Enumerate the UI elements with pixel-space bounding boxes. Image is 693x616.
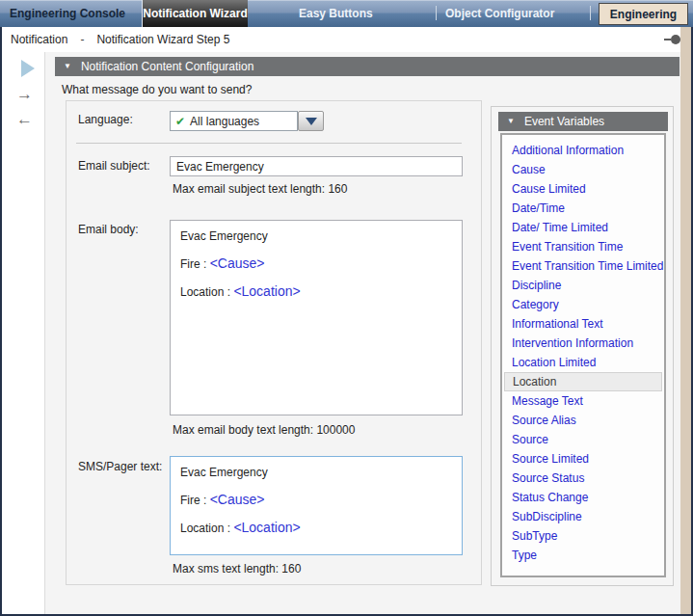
event-variable-item[interactable]: Message Text xyxy=(504,391,662,411)
collapse-triangle-icon: ▼ xyxy=(507,118,515,125)
language-select[interactable]: ✔ All languages xyxy=(170,111,298,131)
location-variable-token: <Location> xyxy=(233,283,300,299)
tab-object-configurator[interactable]: Object Configurator xyxy=(445,0,554,27)
content-panel-title: Notification Content Configuration xyxy=(81,60,253,73)
language-dropdown-button[interactable] xyxy=(298,111,324,131)
event-variables-list: Additional InformationCauseCause Limited… xyxy=(500,133,666,577)
breadcrumb-root[interactable]: Notification xyxy=(11,33,67,46)
email-subject-label: Email subject: xyxy=(78,159,150,173)
tab-notification-wizard[interactable]: Notification Wizard xyxy=(142,0,248,27)
event-variables-title: Event Variables xyxy=(524,115,604,128)
event-variable-item[interactable]: Source xyxy=(504,430,662,449)
tab-bar: Engineering Console Notification Wizard … xyxy=(0,0,693,27)
collapse-triangle-icon: ▼ xyxy=(64,63,71,70)
event-variable-item[interactable]: Location xyxy=(504,372,662,391)
event-variable-item[interactable]: Event Transition Time xyxy=(504,237,662,256)
tab-easy-buttons[interactable]: Easy Buttons xyxy=(299,0,373,27)
tab-engineering-console[interactable]: Engineering Console xyxy=(10,0,125,27)
sms-pager-input[interactable]: Evac Emergency Fire : <Cause> Location :… xyxy=(170,456,463,555)
language-value: All languages xyxy=(190,115,259,128)
event-variable-item[interactable]: Date/ Time Limited xyxy=(504,218,662,237)
event-variable-item[interactable]: Source Limited xyxy=(504,449,662,469)
sms-pager-label: SMS/Pager text: xyxy=(78,460,162,473)
event-variable-item[interactable]: Date/Time xyxy=(504,199,662,218)
body-text: Evac Emergency xyxy=(180,466,268,479)
body-text: Fire : xyxy=(180,494,210,507)
email-body-helper: Max email body text length: 100000 xyxy=(173,423,355,437)
breadcrumb-current: Notification Wizard Step 5 xyxy=(96,33,229,46)
breadcrumb: Notification - Notification Wizard Step … xyxy=(2,27,691,52)
divider xyxy=(76,143,462,144)
event-variables-panel: ▼ Event Variables Additional Information… xyxy=(491,106,674,586)
cause-variable-token: <Cause> xyxy=(210,255,265,271)
event-variable-item[interactable]: Additional Information xyxy=(504,141,662,160)
event-variable-item[interactable]: Event Transition Time Limited xyxy=(504,256,662,276)
event-variable-item[interactable]: Source Status xyxy=(504,469,662,488)
email-body-label: Email body: xyxy=(78,223,139,236)
pin-tail xyxy=(664,39,671,40)
event-variable-item[interactable]: Category xyxy=(504,295,662,314)
engineering-mode-button[interactable]: Engineering xyxy=(599,3,688,25)
event-variable-item[interactable]: Source Alias xyxy=(504,411,662,430)
tab-separator xyxy=(436,6,437,20)
play-icon[interactable] xyxy=(21,60,35,77)
breadcrumb-separator: - xyxy=(80,33,84,46)
message-form: Language: ✔ All languages Email subject:… xyxy=(66,100,482,585)
event-variable-item[interactable]: Status Change xyxy=(504,488,662,507)
body-text: Evac Emergency xyxy=(180,229,268,243)
email-subject-input[interactable] xyxy=(170,156,463,176)
cause-variable-token: <Cause> xyxy=(210,492,265,507)
body-text: Location : xyxy=(180,522,233,535)
email-subject-helper: Max email subject text length: 160 xyxy=(173,182,347,196)
app-window: Engineering Console Notification Wizard … xyxy=(0,0,693,616)
forward-arrow-icon[interactable]: → xyxy=(16,85,38,104)
window-edge-strip xyxy=(680,27,691,614)
event-variable-item[interactable]: Location Limited xyxy=(504,353,662,372)
left-toolbar: → ← xyxy=(2,52,45,614)
event-variable-item[interactable]: Cause Limited xyxy=(504,179,662,199)
language-label: Language: xyxy=(78,113,133,126)
tab-separator xyxy=(590,6,591,20)
body-text: Fire : xyxy=(180,257,210,271)
checkmark-icon: ✔ xyxy=(175,115,185,128)
dropdown-arrow-icon xyxy=(306,118,317,125)
question-text: What message do you want to send? xyxy=(62,83,252,96)
event-variable-item[interactable]: SubType xyxy=(504,526,662,546)
event-variable-item[interactable]: Intervention Information xyxy=(504,334,662,353)
event-variable-item[interactable]: Discipline xyxy=(504,276,662,295)
body-text: Location : xyxy=(180,285,233,299)
email-body-input[interactable]: Evac Emergency Fire : <Cause> Location :… xyxy=(170,220,463,415)
event-variable-item[interactable]: Type xyxy=(504,546,662,565)
event-variables-header[interactable]: ▼ Event Variables xyxy=(498,112,668,131)
sms-helper: Max sms text length: 160 xyxy=(173,562,301,576)
event-variable-item[interactable]: Cause xyxy=(504,160,662,179)
event-variable-item[interactable]: SubDiscipline xyxy=(504,507,662,526)
event-variable-item[interactable]: Informational Text xyxy=(504,314,662,334)
location-variable-token: <Location> xyxy=(233,520,300,535)
content-panel-header[interactable]: ▼ Notification Content Configuration xyxy=(55,57,680,76)
back-arrow-icon[interactable]: ← xyxy=(16,110,38,129)
pin-dot xyxy=(671,35,680,44)
